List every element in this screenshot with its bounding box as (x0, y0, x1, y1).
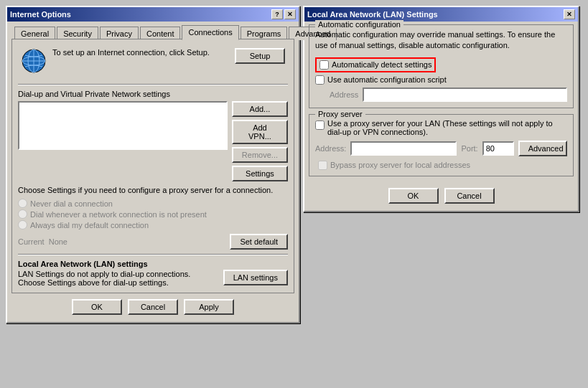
dialup-area: Add... Add VPN... Remove... Settings (18, 101, 288, 181)
lan-title: Local Area Network (LAN) Settings (307, 10, 438, 19)
help-button[interactable]: ? (271, 9, 283, 19)
proxy-address-label: Address: (315, 144, 346, 153)
title-bar-buttons: ? ✕ (271, 9, 296, 19)
bypass-row: Bypass proxy server for local addresses (315, 161, 567, 170)
auto-config-desc: Automatic configuration may override man… (315, 29, 567, 52)
tab-bar: General Security Privacy Content Connect… (11, 24, 294, 39)
lan-cancel-button[interactable]: Cancel (444, 188, 495, 204)
auto-detect-label: Automatically detect settings (332, 60, 431, 69)
auto-config-label: Automatic configuration (315, 20, 403, 29)
globe-icon (21, 48, 47, 74)
lan-ok-button[interactable]: OK (388, 188, 439, 204)
close-button[interactable]: ✕ (284, 9, 296, 19)
connections-tab-content: To set up an Internet connection, click … (11, 39, 294, 293)
lan-bottom-buttons: OK Cancel (309, 182, 574, 207)
current-value: None (49, 237, 67, 246)
lan-title-bar: Local Area Network (LAN) Settings ✕ (304, 7, 578, 22)
set-default-button[interactable]: Set default (230, 234, 288, 250)
proxy-advanced-button[interactable]: Advanced (518, 141, 567, 156)
lan-settings-button[interactable]: LAN settings (223, 270, 288, 285)
auto-script-checkbox[interactable] (315, 75, 325, 85)
bottom-buttons: OK Cancel Apply (11, 293, 294, 318)
lan-close-button[interactable]: ✕ (564, 9, 575, 19)
address-row: Address (315, 87, 567, 102)
proxy-address-input[interactable] (350, 141, 457, 156)
bypass-checkbox[interactable] (318, 161, 327, 170)
proxy-port-label: Port: (461, 144, 477, 153)
current-label: Current (18, 237, 45, 246)
dialup-listbox[interactable] (18, 101, 228, 150)
settings-button[interactable]: Settings (232, 166, 288, 181)
internet-options-title-bar: Internet Options ? ✕ (7, 7, 299, 22)
internet-options-content: General Security Privacy Content Connect… (7, 22, 299, 322)
auto-detect-checkbox-label[interactable]: Automatically detect settings (319, 60, 431, 70)
ok-button[interactable]: OK (72, 299, 122, 315)
radio-dial-whenever[interactable]: Dial whenever a network connection is no… (18, 209, 288, 219)
remove-button[interactable]: Remove... (232, 147, 288, 163)
setup-area: To set up an Internet connection, click … (18, 45, 288, 77)
lan-dialog-content: Automatic configuration Automatic config… (304, 22, 578, 211)
bypass-label: Bypass proxy server for local addresses (330, 161, 470, 169)
lan-settings-dialog: Local Area Network (LAN) Settings ✕ Auto… (303, 6, 579, 212)
dial-radio-group: Never dial a connection Dial whenever a … (18, 199, 288, 230)
auto-detect-checkbox[interactable] (319, 60, 329, 70)
proxy-server-label: Proxy server (315, 110, 365, 118)
internet-options-dialog: Internet Options ? ✕ General Security Pr… (6, 6, 300, 323)
add-vpn-button[interactable]: Add VPN... (232, 120, 288, 144)
separator-2 (18, 254, 288, 255)
radio-always-dial[interactable]: Always dial my default connection (18, 220, 288, 230)
proxy-port-input[interactable] (482, 141, 514, 156)
auto-script-checkbox-label[interactable]: Use automatic configuration script (315, 75, 567, 85)
lan-title-buttons: ✕ (564, 9, 575, 19)
proxy-checkbox[interactable] (315, 120, 325, 130)
internet-options-title: Internet Options (10, 10, 71, 19)
add-button[interactable]: Add... (232, 101, 288, 117)
lan-area: LAN Settings do not apply to dial-up con… (18, 270, 288, 287)
dialup-section-label: Dial-up and Virtual Private Network sett… (18, 90, 288, 98)
choose-settings-text: Choose Settings if you need to configure… (18, 186, 288, 194)
proxy-server-group: Proxy server Use a proxy server for your… (309, 114, 574, 176)
apply-button[interactable]: Apply (184, 299, 234, 315)
proxy-checkbox-row: Use a proxy server for your LAN (These s… (315, 119, 567, 136)
proxy-checkbox-label[interactable]: Use a proxy server for your LAN (These s… (315, 119, 567, 136)
separator-1 (18, 84, 288, 85)
address-input[interactable] (363, 87, 567, 102)
auto-config-group: Automatic configuration Automatic config… (309, 24, 574, 108)
setup-button[interactable]: Setup (235, 48, 285, 64)
address-label: Address (330, 90, 358, 99)
lan-text: LAN Settings do not apply to dial-up con… (18, 270, 219, 287)
bypass-checkbox-label[interactable]: Bypass proxy server for local addresses (318, 161, 567, 170)
radio-never-dial[interactable]: Never dial a connection (18, 199, 288, 208)
proxy-label: Use a proxy server for your LAN (These s… (327, 119, 567, 136)
tab-connections[interactable]: Connections (182, 25, 238, 40)
lan-section-label: Local Area Network (LAN) settings (18, 260, 288, 268)
auto-script-row: Use automatic configuration script (315, 75, 567, 85)
current-row: Current None Set default (18, 234, 288, 250)
auto-detect-highlight: Automatically detect settings (315, 57, 436, 72)
proxy-address-row: Address: Port: Advanced (315, 141, 567, 156)
auto-script-label: Use automatic configuration script (327, 75, 447, 84)
cancel-button[interactable]: Cancel (128, 299, 178, 315)
dialup-buttons: Add... Add VPN... Remove... Settings (232, 101, 288, 181)
setup-text: To set up an Internet connection, click … (52, 48, 229, 57)
